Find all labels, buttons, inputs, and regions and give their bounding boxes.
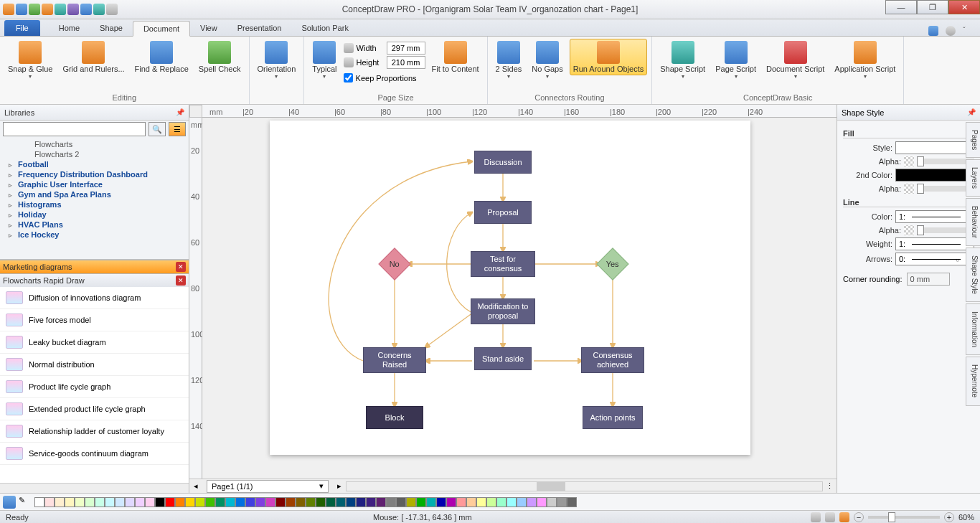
shape-item[interactable]: Product life cycle graph [0,376,189,398]
zoom-slider[interactable] [868,516,940,519]
color-swatch[interactable] [155,497,165,507]
shape-item[interactable]: Relationship ladder of customer loyalty [0,420,189,443]
color-swatch[interactable] [366,497,376,507]
file-tab[interactable]: File [4,20,40,36]
color-swatch[interactable] [65,497,75,507]
tab-document[interactable]: Document [133,21,190,37]
node-modification[interactable]: Modification to proposal [471,298,535,324]
qat-open-icon[interactable] [29,4,40,15]
color-swatch[interactable] [255,497,265,507]
tab-presentation[interactable]: Presentation [227,20,292,36]
node-block[interactable]: Block [366,406,423,429]
shape-item[interactable]: Service-goods continuum diagram [0,443,189,465]
color-swatch[interactable] [476,497,486,507]
color-swatch[interactable] [185,497,195,507]
qat-redo-icon[interactable] [67,4,79,15]
color-swatch[interactable] [336,497,346,507]
horizontal-ruler[interactable]: mm|20|40|60|80|100|120|140|160|180|200|2… [202,105,837,118]
pin-icon[interactable]: 📌 [176,108,184,116]
side-tab-layers[interactable]: Layers [966,159,980,197]
shape-item[interactable]: Normal distribution [0,354,189,376]
qat-print-icon[interactable] [80,4,92,15]
store-icon[interactable] [928,26,938,36]
qat-preview-icon[interactable] [93,4,105,15]
tree-item[interactable]: Flowcharts 2 [0,149,189,159]
tab-view[interactable]: View [190,20,227,36]
color-swatch[interactable] [537,497,547,507]
color-swatch[interactable] [95,497,105,507]
tree-item[interactable]: Frequency Distribution Dashboard [0,169,189,179]
color-swatch[interactable] [235,497,245,507]
line-weight-dropdown[interactable]: 1: [895,237,974,250]
qat-save-icon[interactable] [16,4,27,15]
tree-item[interactable]: Ice Hockey [0,230,189,240]
close-button[interactable]: ✕ [948,0,980,14]
color-swatch[interactable] [55,497,65,507]
tree-item[interactable]: Graphic User Interface [0,179,189,189]
page-selector[interactable]: Page1 (1/1)▾ [207,480,329,493]
keep-proportions-checkbox[interactable] [344,73,353,83]
color-swatch[interactable] [486,497,496,507]
color-swatch[interactable] [125,497,135,507]
color-swatch[interactable] [75,497,85,507]
tree-item[interactable]: Histograms [0,199,189,209]
color-swatch[interactable] [306,497,316,507]
color-swatch[interactable] [466,497,476,507]
section-flowcharts-rapid[interactable]: Flowcharts Rapid Draw ✕ [0,273,189,287]
color-swatch[interactable] [85,497,95,507]
no-gaps-button[interactable]: No Gaps [528,39,566,82]
document-script-button[interactable]: Document Script [763,39,828,82]
color-swatch[interactable] [135,497,145,507]
node-yes[interactable]: Yes [596,248,628,280]
arrows-dropdown[interactable]: 0:○ [895,253,974,265]
width-input[interactable] [387,42,425,55]
zoom-region-icon[interactable] [825,512,835,522]
vertical-ruler[interactable]: mm20406080100120140 [189,118,202,479]
node-proposal[interactable]: Proposal [474,201,532,224]
node-stand-aside[interactable]: Stand aside [474,347,532,370]
node-action-points[interactable]: Action points [583,406,643,429]
color-swatch[interactable] [105,497,115,507]
hand-tool-icon[interactable] [811,512,821,522]
find-replace-button[interactable]: Find & Replace [131,39,192,75]
grid-rulers-button[interactable]: Grid and Rulers... [59,39,128,75]
color-swatch[interactable] [326,497,336,507]
line-color-dropdown[interactable]: 1: [895,210,974,223]
page-script-button[interactable]: Page Script [712,39,760,82]
run-around-objects-button[interactable]: Run Around Objects [570,39,647,75]
pencil-icon[interactable]: ✎ [19,496,32,509]
tree-item[interactable]: Holiday [0,209,189,220]
page[interactable]: Discussion Proposal Test for consensus M… [270,121,750,455]
qat-undo-icon[interactable] [55,4,66,15]
node-test-consensus[interactable]: Test for consensus [471,251,535,277]
color-swatch[interactable] [286,497,296,507]
qat-more-icon[interactable] [106,4,118,15]
fit-page-icon[interactable] [839,512,849,522]
library-view-toggle[interactable]: ☰ [169,122,186,136]
node-concerns[interactable]: Concerns Raised [363,347,426,373]
scroll-left-icon[interactable]: ◂ [189,481,202,491]
node-no[interactable]: No [378,248,410,280]
qat-new-icon[interactable] [42,4,53,15]
tree-item[interactable]: Flowcharts [0,139,189,149]
color-swatch[interactable] [426,497,436,507]
color-swatch[interactable] [567,497,577,507]
color-swatch[interactable] [406,497,416,507]
shapes-list[interactable]: Diffusion of innovations diagram Five fo… [0,287,189,483]
help-icon[interactable] [946,26,956,36]
color-swatch[interactable] [416,497,426,507]
spell-check-button[interactable]: Spell Check [195,39,245,75]
color-swatch[interactable] [507,497,517,507]
horizontal-scrollbar[interactable] [346,481,823,491]
color-swatch[interactable] [517,497,527,507]
application-script-button[interactable]: Application Script [831,39,899,82]
color-swatch[interactable] [195,497,205,507]
side-tab-shape-style[interactable]: Shape Style [966,248,980,302]
corner-rounding-input[interactable] [907,273,950,286]
search-button[interactable]: 🔍 [149,122,166,136]
node-discussion[interactable]: Discussion [474,151,532,174]
library-tree[interactable]: Flowcharts Flowcharts 2 Football Frequen… [0,138,189,260]
section-close-icon[interactable]: ✕ [176,275,186,286]
color-swatch[interactable] [215,497,225,507]
second-color-dropdown[interactable] [895,169,974,182]
